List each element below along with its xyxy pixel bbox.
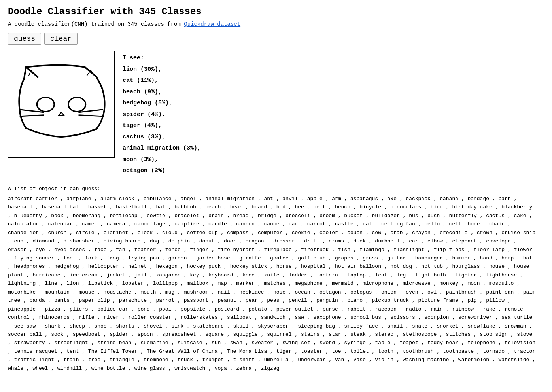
object-list-title: A list of object it can guess:	[8, 185, 538, 193]
svg-point-0	[37, 97, 54, 112]
button-row: guess clear	[8, 33, 544, 45]
predictions-panel: I see: lion (30%),cat (11%),beach (9%),h…	[123, 51, 201, 177]
quickdraw-link[interactable]: Quickdraw dataset	[184, 21, 240, 27]
subtitle-text: A doodle classifier(CNN) trained on 345 …	[8, 21, 184, 27]
page-title: Doodle Classifier with 345 Classes	[8, 6, 544, 17]
prediction-item: animal_migration (3%),	[123, 143, 201, 154]
prediction-list: lion (30%),cat (11%),beach (9%),hedgehog…	[123, 64, 201, 177]
main-area: I see: lion (30%),cat (11%),beach (9%),h…	[8, 51, 544, 177]
prediction-item: cactus (3%),	[123, 132, 201, 143]
svg-line-3	[20, 115, 44, 116]
prediction-item: spider (4%),	[123, 109, 201, 121]
svg-line-5	[79, 115, 103, 116]
prediction-item: cat (11%),	[123, 75, 201, 87]
svg-point-1	[68, 97, 86, 112]
guess-button[interactable]: guess	[8, 33, 41, 45]
prediction-item: tiger (4%),	[123, 120, 201, 132]
doodle-svg	[8, 51, 114, 157]
prediction-item: beach (9%),	[123, 87, 201, 98]
prediction-header: I see:	[123, 53, 201, 64]
object-list-section: A list of object it can guess: aircraft …	[8, 185, 538, 373]
prediction-item: hedgehog (5%),	[123, 98, 201, 109]
object-list-text: aircraft carrier , airplane , alarm cloc…	[8, 195, 538, 373]
subtitle: A doodle classifier(CNN) trained on 345 …	[8, 21, 544, 27]
prediction-item: lion (30%),	[123, 64, 201, 76]
drawing-canvas[interactable]	[8, 51, 115, 158]
prediction-item: moon (3%),	[123, 154, 201, 166]
prediction-item: octagon (2%)	[123, 165, 201, 177]
clear-button[interactable]: clear	[44, 33, 78, 45]
